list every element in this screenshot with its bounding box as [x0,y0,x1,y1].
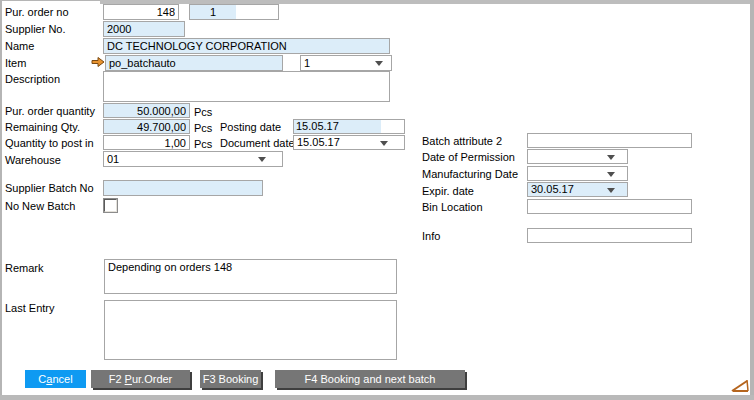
pur-order-line-field[interactable]: 1 [189,4,279,20]
document-date-value: 15.05.17 [297,136,340,149]
quantity-to-post-label: Quantity to post in [5,137,94,150]
item-line-dropdown[interactable]: 1 [300,55,392,71]
batch-booking-dialog: Pur. order no Supplier No. Name Item Des… [0,0,754,400]
quantity-to-post-input[interactable] [103,135,190,150]
posting-date-label: Posting date [220,121,281,134]
no-new-batch-checkbox[interactable] [104,199,117,212]
name-label: Name [5,40,34,53]
f3-booking-button[interactable]: F3 Booking [200,370,261,388]
chevron-down-icon [375,61,383,66]
pur-order-no-input[interactable] [103,4,179,20]
remark-textarea[interactable]: Depending on orders 148 [104,259,397,294]
warehouse-label: Warehouse [5,154,61,167]
remark-label: Remark [5,262,44,275]
last-entry-textarea[interactable] [104,300,397,360]
batch-attribute-2-input[interactable] [527,133,692,148]
item-label: Item [5,57,26,70]
chevron-down-icon [258,157,266,162]
bin-location-label: Bin Location [422,201,483,214]
right-border [750,0,754,400]
top-border-line [0,0,100,1]
expir-date-label: Expir. date [422,185,474,198]
item-input[interactable] [105,55,283,71]
info-label: Info [422,230,440,243]
resize-grip-icon[interactable] [731,379,750,394]
chevron-down-icon [607,155,615,160]
bottom-border [0,395,754,400]
supplier-no-input[interactable] [103,21,185,37]
remaining-qty-input[interactable] [103,119,190,134]
chevron-down-icon [607,188,615,193]
description-label: Description [5,73,60,86]
supplier-name-input[interactable] [103,38,390,54]
description-box[interactable]: batchnumber automatic batchnumbers --dra… [103,71,390,102]
chevron-down-icon [607,172,615,177]
batch-attribute-2-label: Batch attribute 2 [422,135,502,148]
cancel-button[interactable]: Cancel [25,370,86,388]
remaining-qty-unit: Pcs [194,122,212,134]
posting-date-field[interactable]: 15.05.17 [293,119,405,134]
f2-pur-order-button[interactable]: F2 Pur.Order [91,370,190,388]
quantity-to-post-unit: Pcs [194,138,212,150]
manufacturing-date-label: Manufacturing Date [422,168,518,181]
remaining-qty-label: Remaining Qty. [5,121,80,134]
expir-date-dropdown[interactable]: 30.05.17 [527,182,628,197]
pur-order-quantity-unit: Pcs [194,106,212,118]
description-line1: batchnumber automatic batchnumbers [107,99,386,102]
posting-date-value: 15.05.17 [294,120,381,133]
info-input[interactable] [527,228,692,243]
no-new-batch-label: No New Batch [5,200,75,213]
item-arrow-icon [91,56,105,70]
document-date-dropdown[interactable]: 15.05.17 [293,135,405,150]
cancel-button-label: Cancel [38,373,72,385]
pur-order-no-label: Pur. order no [5,6,69,19]
document-date-label: Document date [220,137,295,150]
supplier-no-label: Supplier No. [5,23,66,36]
date-of-permission-label: Date of Permission [422,151,515,164]
warehouse-value: 01 [107,153,119,166]
pur-order-quantity-label: Pur. order quantity [5,105,95,118]
left-border [0,0,2,400]
f4-booking-next-batch-button[interactable]: F4 Booking and next batch [275,370,465,388]
pur-order-quantity-input[interactable] [103,103,190,118]
manufacturing-date-dropdown[interactable] [527,166,628,181]
pur-order-line-value: 1 [190,5,236,19]
last-entry-label: Last Entry [5,302,55,315]
supplier-batch-no-label: Supplier Batch No [5,182,94,195]
expir-date-value: 30.05.17 [531,183,574,196]
f2-pur-order-button-label: F2 Pur.Order [109,373,173,385]
date-of-permission-dropdown[interactable] [527,149,628,164]
chevron-down-icon [380,141,388,146]
supplier-batch-no-input[interactable] [103,180,263,196]
item-line-value: 1 [304,57,310,70]
warehouse-dropdown[interactable]: 01 [103,151,283,167]
bin-location-input[interactable] [527,199,692,214]
